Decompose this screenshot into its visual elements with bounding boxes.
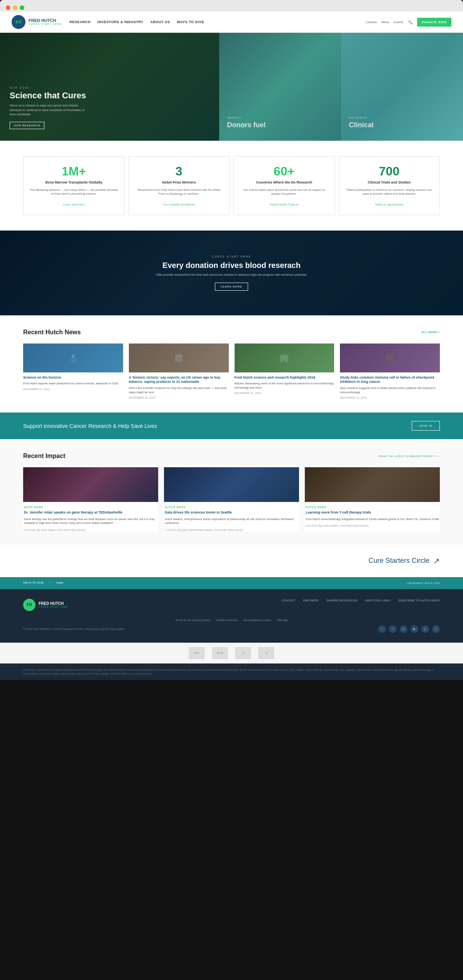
stat-label-trials: Clinical Trials and Studies xyxy=(345,180,434,185)
news-card-4: 🌿 Study links common immune cell to fail… xyxy=(340,344,440,399)
news-image-4: 🌿 xyxy=(340,344,440,372)
impact-grid: GOOD NEWS Dr. Jennifer Adair speaks on g… xyxy=(23,467,440,531)
navbar: FH FRED HUTCH CURES START HERE RESEARCH … xyxy=(0,12,463,33)
recent-news-section: Recent Hutch News ALL NEWS » 🔬 Science o… xyxy=(0,315,463,413)
footer-nav-ways-to-give[interactable]: WAYS TO GIVE xyxy=(23,581,44,585)
news-image-3: 🏢 xyxy=(235,344,335,372)
donation-content: CURES START HERE Every donation drives b… xyxy=(156,255,307,291)
news-date-1: DECEMBER 27, 2019 xyxy=(23,388,123,391)
footer-privacy-link[interactable]: Terms of use & privacy policy xyxy=(175,619,210,621)
donate-button[interactable]: DONATE NOW xyxy=(417,18,451,27)
impact-card-2: HUTCH NEWS Data drives life sciences boo… xyxy=(164,467,299,531)
impact-title-3[interactable]: Learning more from T-cell therapy trials xyxy=(305,510,440,515)
hero-clinical-title: Clinical xyxy=(349,121,373,129)
stat-link-nobel[interactable]: Our Scientific Excellence xyxy=(163,203,195,206)
immunotherapy-link[interactable]: READ THE LATEST IN IMMUNOTHERAPY » › xyxy=(379,455,440,458)
browser-dot-green[interactable] xyxy=(20,5,24,10)
stat-number-bone-marrow: 1M+ xyxy=(29,164,118,178)
twitter-icon[interactable]: t xyxy=(389,625,397,633)
impact-section-header: Recent Impact READ THE LATEST IN IMMUNOT… xyxy=(23,453,440,460)
footer-logo-text: FRED HUTCH CURES START HERE xyxy=(39,601,68,608)
impact-section-title: Recent Impact xyxy=(23,453,65,460)
hero-description: We're on a mission to wipe out cancer an… xyxy=(10,103,87,116)
search-icon[interactable]: 🔍 xyxy=(408,20,412,24)
cert-nccn: NCCN xyxy=(212,647,228,659)
learn-more-button[interactable]: LEARN MORE xyxy=(215,283,248,291)
donation-description: Gifts provide researchers the time and r… xyxy=(156,273,307,276)
footer-link-contact[interactable]: CONTACT xyxy=(282,599,296,602)
news-title-3[interactable]: Fred Hutch science and research highligh… xyxy=(235,375,335,380)
stat-link-countries[interactable]: Global Health Projects xyxy=(270,203,299,206)
stat-desc-trials: Patient participation is critical to our… xyxy=(345,188,434,196)
facebook-icon[interactable]: f xyxy=(378,625,386,633)
news-title-1[interactable]: Science on the horizon xyxy=(23,375,123,380)
cure-starters-text[interactable]: Cure Starters Circle xyxy=(368,557,429,565)
news-title-2[interactable]: A 'historic victory,' say experts, as US… xyxy=(129,375,229,384)
linkedin-icon[interactable]: in xyxy=(400,625,407,633)
impact-image-3 xyxy=(305,467,440,502)
footer-conflict-link[interactable]: Conflict of interest xyxy=(216,619,238,621)
certifications-section: NCI NCCN ◎ ◎ xyxy=(0,643,463,663)
footer-link-subscribe[interactable]: SUBSCRIBE TO HUTCH NEWS xyxy=(398,599,440,602)
instagram-icon[interactable]: ◻ xyxy=(432,625,440,633)
hero-impact-label: IMPACT xyxy=(227,116,265,119)
news-date-2: DECEMBER 23, 2019 xyxy=(129,396,229,399)
footer-sitemap-link[interactable]: Site Map xyxy=(277,619,288,621)
footer-link-employee[interactable]: EMPLOYEE LINKS xyxy=(365,599,390,602)
stat-link-bone-marrow[interactable]: Cures Start Here xyxy=(63,203,84,206)
stats-section: 1M+ Bone Marrow Transplants Globally Thi… xyxy=(0,141,463,231)
pinterest-icon[interactable]: p xyxy=(421,625,429,633)
footer-accountability-link[interactable]: Accountability & impact xyxy=(243,619,271,621)
nav-link-events[interactable]: Events xyxy=(394,20,403,24)
donation-title: Every donation drives blood reserach xyxy=(156,261,307,270)
news-title-4[interactable]: Study links common immune cell to failur… xyxy=(340,375,440,384)
recent-impact-section: Recent Impact READ THE LATEST IN IMMUNOT… xyxy=(0,439,463,545)
nav-link-careers[interactable]: Careers xyxy=(366,20,377,24)
impact-title-1[interactable]: Dr. Jennifer Adair speaks on gene therap… xyxy=(23,510,158,515)
news-image-2: 🏛️ xyxy=(129,344,229,372)
impact-image-1 xyxy=(23,467,158,502)
footer: FH FRED HUTCH CURES START HERE CONTACT P… xyxy=(0,589,463,643)
hero-panel-clinical: PATIENTS Clinical xyxy=(341,33,463,141)
stat-desc-bone-marrow: This lifesaving advance — and many other… xyxy=(29,188,118,196)
footer-link-shared[interactable]: SHARED RESOURCES xyxy=(326,599,358,602)
footer-main-links: CONTACT PARTNERS SHARED RESOURCES EMPLOY… xyxy=(83,599,440,602)
cert-nci: NCI xyxy=(189,647,204,659)
youtube-icon[interactable]: ▶ xyxy=(411,625,418,633)
news-desc-3: Articles showcasing some of the most sig… xyxy=(235,382,335,390)
nav-link-news[interactable]: News xyxy=(382,20,389,24)
browser-dot-red[interactable] xyxy=(6,5,10,10)
stat-label-countries: Countries Where We Do Research xyxy=(240,180,329,185)
news-grid: 🔬 Science on the horizon Fred Hutch expe… xyxy=(23,344,440,399)
browser-dot-yellow[interactable] xyxy=(13,5,17,10)
footer-top: FH FRED HUTCH CURES START HERE CONTACT P… xyxy=(23,599,440,611)
disclaimer-section: Fred Hutch is proud to be an Equal Oppor… xyxy=(0,663,463,680)
hero-title: Science that Cures xyxy=(10,91,87,100)
nav-logo[interactable]: FH FRED HUTCH CURES START HERE xyxy=(12,15,62,29)
hero-panel-donors-content: IMPACT Donors fuel xyxy=(227,116,265,129)
social-links: f t in ▶ p ◻ xyxy=(378,625,440,633)
footer-nav-duke[interactable]: Duke xyxy=(56,581,63,585)
nav-link-about[interactable]: ABOUT US xyxy=(150,20,170,24)
nav-link-investors[interactable]: INVESTORS & INDUSTRY xyxy=(98,20,144,24)
nav-link-research[interactable]: RESEARCH xyxy=(69,20,91,24)
join-button[interactable]: JOIN IN xyxy=(412,421,440,431)
impact-meta-1: 4.30.2018 | By Diane Mapes | Fred Hutch … xyxy=(23,529,158,531)
footer-modified-date: Last Modified: June 8, 2018 xyxy=(407,582,440,584)
stat-number-nobel: 3 xyxy=(135,164,224,178)
our-research-button[interactable]: OUR RESEARCH xyxy=(10,122,44,129)
impact-tag-2: HUTCH NEWS xyxy=(164,506,299,509)
footer-logo[interactable]: FH FRED HUTCH CURES START HERE xyxy=(23,599,68,611)
stat-link-trials[interactable]: Make an Appointment xyxy=(375,203,403,206)
all-news-link[interactable]: ALL NEWS » xyxy=(421,330,440,334)
hero-panel-donors: IMPACT Donors fuel xyxy=(219,33,341,141)
hero-donors-title: Donors fuel xyxy=(227,121,265,129)
footer-link-partners[interactable]: PARTNERS xyxy=(303,599,318,602)
impact-tag-3: HUTCH NEWS xyxy=(305,506,440,509)
nav-link-ways[interactable]: WAYS TO GIVE xyxy=(177,20,204,24)
stat-label-nobel: Nobel Prize Winners xyxy=(135,180,224,185)
stat-label-bone-marrow: Bone Marrow Transplants Globally xyxy=(29,180,118,185)
website: FH FRED HUTCH CURES START HERE RESEARCH … xyxy=(0,12,463,680)
news-image-1: 🔬 xyxy=(23,344,123,372)
impact-title-2[interactable]: Data drives life sciences boom in Seattl… xyxy=(164,510,299,515)
